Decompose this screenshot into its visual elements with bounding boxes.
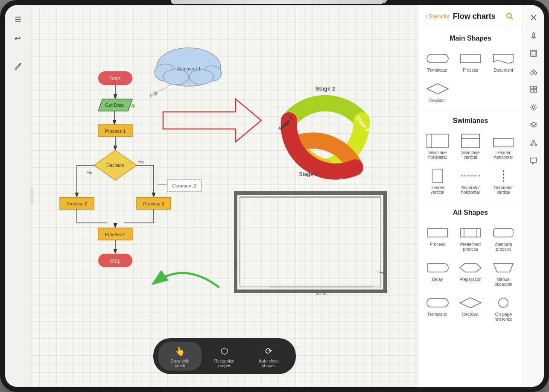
shape-decision-all[interactable]: Decision <box>455 292 486 325</box>
alt-process-label: Alternate process <box>490 242 517 252</box>
stage-diagram: Stage 2 Stage 1 Stage 3 Stage 5 Stage 4 <box>277 85 371 184</box>
svg-text:Decision: Decision <box>106 163 124 168</box>
svg-rect-62 <box>428 228 447 237</box>
shape-terminator-main[interactable]: Terminator <box>422 47 453 76</box>
svg-rect-59 <box>433 169 442 183</box>
svg-text:Stage 2: Stage 2 <box>315 85 335 92</box>
svg-rect-51 <box>427 54 448 63</box>
undo-icon[interactable]: ↩ <box>10 31 26 46</box>
shape-swimlane-h[interactable]: Swimlane horizontal <box>422 130 453 163</box>
svg-text:No: No <box>87 170 92 175</box>
sep-h-label: Separator horizontal <box>456 185 484 195</box>
close-icon[interactable] <box>526 10 541 25</box>
shape-sep-h[interactable]: Separator horizontal <box>455 165 486 198</box>
settings-icon[interactable] <box>526 99 541 115</box>
shape-header-v[interactable]: Header vertical <box>422 165 453 198</box>
manual-label: Manual operation <box>490 277 517 287</box>
menu-icon[interactable]: ☰ <box>10 12 26 27</box>
shape-terminator-all[interactable]: Terminator <box>422 292 453 325</box>
svg-rect-41 <box>240 197 381 287</box>
delay-label: Delay <box>432 277 443 282</box>
shape-process-all[interactable]: Process <box>422 222 453 255</box>
document-preview <box>492 51 515 66</box>
shape-process-main[interactable]: Process <box>455 47 486 76</box>
swimlane-h-label: Swimlane horizontal <box>423 150 451 160</box>
svg-line-80 <box>534 70 535 72</box>
shape-header-h[interactable]: Header horizontal <box>488 130 519 163</box>
recognize-shapes-btn[interactable]: ⬡ Recognize shapes <box>203 342 246 371</box>
recognize-label: Recognize shapes <box>210 359 239 368</box>
svg-text:Stage 5: Stage 5 <box>299 171 318 177</box>
left-toolbar: ☰ ↩ <box>5 5 31 387</box>
apple-pencil <box>171 0 384 4</box>
decision-label: Decision <box>429 98 445 103</box>
draw-touch-btn[interactable]: 👆 Draw with touch <box>158 342 202 371</box>
layers-icon[interactable] <box>526 117 541 133</box>
tree-icon[interactable] <box>526 135 541 151</box>
sep-v-preview <box>492 168 515 184</box>
svg-rect-56 <box>461 134 479 148</box>
shape-sep-v[interactable]: Separator vertical <box>488 165 519 198</box>
search-button[interactable] <box>504 10 516 22</box>
header-v-preview <box>426 168 449 184</box>
svg-rect-83 <box>531 90 533 92</box>
process-label: Process <box>463 68 478 73</box>
svg-text:Process 4: Process 4 <box>105 232 126 237</box>
canvas-area[interactable]: Comment 1 Start Get Data <box>31 5 418 387</box>
svg-line-79 <box>532 70 534 72</box>
shape-document-main[interactable]: Document <box>488 47 519 76</box>
svg-marker-68 <box>494 263 513 272</box>
pin-icon[interactable] <box>526 28 541 43</box>
back-button[interactable]: ‹ Stencils <box>425 13 450 20</box>
onpage-preview <box>492 295 515 310</box>
all-shapes-grid: Process Predefined process <box>418 220 523 327</box>
svg-text:Stop: Stop <box>110 258 121 264</box>
shape-delay[interactable]: Delay <box>422 257 453 290</box>
svg-point-78 <box>534 72 537 74</box>
bottom-toolbar: 👆 Draw with touch ⬡ Recognize shapes ⟳ A… <box>153 338 296 374</box>
header-h-preview <box>492 133 515 149</box>
recognize-icon: ⬡ <box>218 344 231 358</box>
canvas-svg: Comment 1 Start Get Data <box>31 5 389 381</box>
preparation-label: Preparation <box>459 277 482 282</box>
auto-close-btn[interactable]: ⟳ Auto close shapes <box>247 342 291 371</box>
preparation-preview <box>459 260 482 275</box>
sep-v-label: Separator vertical <box>490 185 517 195</box>
divider1 <box>422 110 519 110</box>
comment1-shape: Comment 1 <box>149 48 222 97</box>
shape-predefined[interactable]: Predefined process <box>455 222 486 255</box>
shape-manual[interactable]: Manual operation <box>488 257 519 290</box>
pen-icon[interactable] <box>10 58 26 73</box>
process-preview <box>459 51 482 66</box>
svg-text:Yes: Yes <box>138 160 144 164</box>
svg-point-8 <box>149 94 153 97</box>
svg-point-71 <box>499 298 508 307</box>
swimlanes-title: Swimlanes <box>418 112 523 128</box>
header-h-label: Header horizontal <box>490 150 517 160</box>
svg-marker-53 <box>427 84 448 94</box>
svg-text:Comment 2: Comment 2 <box>172 183 197 188</box>
svg-rect-63 <box>461 228 480 237</box>
svg-point-3 <box>163 69 189 85</box>
terminator-label: Terminator <box>427 68 447 73</box>
draw-touch-icon: 👆 <box>173 344 187 358</box>
chat-icon[interactable] <box>526 153 541 169</box>
svg-rect-69 <box>427 298 448 307</box>
svg-rect-76 <box>532 52 535 55</box>
svg-marker-67 <box>460 263 481 272</box>
draw-touch-label: Draw with touch <box>165 359 195 368</box>
predefined-preview <box>459 225 482 240</box>
shape-swimlane-v[interactable]: Swimlane vertical <box>455 130 486 163</box>
shape-decision-main[interactable]: Decision <box>422 78 453 106</box>
shape-alt-process[interactable]: Alternate process <box>488 222 519 255</box>
frame-icon[interactable] <box>526 46 541 61</box>
auto-close-label: Auto close shapes <box>254 359 284 368</box>
floorplan: 519.26 617.96 <box>234 192 385 295</box>
manual-preview <box>492 260 515 275</box>
shape-preparation[interactable]: Preparation <box>455 257 486 290</box>
terminator-preview <box>426 51 449 66</box>
svg-point-4 <box>190 70 213 84</box>
shape-onpage[interactable]: On-page reference <box>488 292 519 325</box>
grid-icon[interactable] <box>526 82 541 97</box>
cut-icon[interactable] <box>526 64 541 79</box>
